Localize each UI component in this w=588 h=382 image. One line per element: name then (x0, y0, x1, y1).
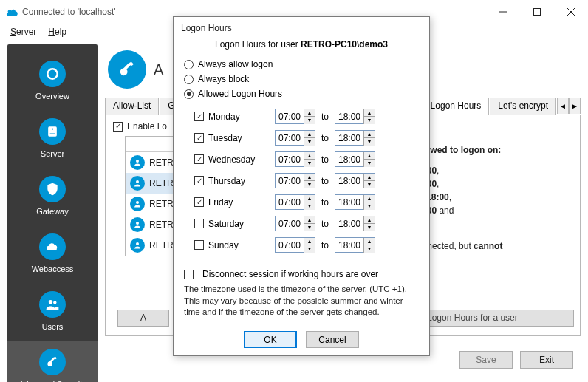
day-label: Thursday (208, 176, 275, 186)
spin-up-icon[interactable]: ▲ (304, 216, 315, 224)
enable-checkbox[interactable] (113, 122, 123, 132)
sidebar-item-server[interactable]: Server (7, 111, 98, 168)
spin-up-icon[interactable]: ▲ (364, 195, 375, 202)
sidebar-item-webaccess[interactable]: Webaccess (7, 226, 98, 284)
to-label: to (315, 240, 335, 250)
spinner[interactable]: ▲▼ (304, 109, 315, 124)
spinner[interactable]: ▲▼ (363, 131, 375, 146)
spinner[interactable]: ▲▼ (304, 152, 315, 167)
tab-scroll-right[interactable]: ► (569, 98, 581, 114)
spin-up-icon[interactable]: ▲ (364, 238, 375, 245)
shield-icon (39, 176, 66, 202)
spin-down-icon[interactable]: ▼ (304, 245, 315, 253)
spinner[interactable]: ▲▼ (363, 238, 375, 253)
avatar-icon (130, 155, 145, 170)
spin-down-icon[interactable]: ▼ (364, 138, 375, 146)
disconnect-checkbox[interactable] (184, 270, 194, 279)
to-time[interactable]: 18:00▲▼ (335, 151, 375, 167)
a-button[interactable]: A (117, 310, 169, 327)
spin-up-icon[interactable]: ▲ (364, 216, 375, 224)
svg-point-14 (136, 180, 139, 183)
spinner[interactable]: ▲▼ (363, 174, 375, 188)
sidebar-item-advanced-security[interactable]: Advanced Security (7, 341, 98, 382)
tab-logon-hours[interactable]: Logon Hours (423, 98, 490, 115)
spinner[interactable]: ▲▼ (304, 131, 315, 146)
sidebar-item-overview[interactable]: Overview (7, 53, 98, 111)
menu-help[interactable]: Help (42, 25, 72, 38)
spin-down-icon[interactable]: ▼ (304, 160, 315, 167)
spin-up-icon[interactable]: ▲ (364, 174, 375, 181)
radio-always-allow[interactable]: Always allow logon (184, 57, 419, 72)
spinner[interactable]: ▲▼ (304, 238, 315, 253)
from-time[interactable]: 07:00▲▼ (275, 151, 315, 167)
sidebar-item-gateway[interactable]: Gateway (7, 168, 98, 226)
spin-up-icon[interactable]: ▲ (304, 109, 315, 117)
spin-down-icon[interactable]: ▼ (304, 138, 315, 146)
day-checkbox[interactable] (194, 176, 204, 185)
spin-down-icon[interactable]: ▼ (304, 224, 315, 231)
maximize-button[interactable] (520, 0, 554, 24)
save-button[interactable]: Save (459, 351, 513, 369)
from-time[interactable]: 07:00▲▼ (275, 194, 315, 210)
from-time[interactable]: 07:00▲▼ (275, 109, 315, 124)
spin-up-icon[interactable]: ▲ (364, 131, 375, 138)
day-checkbox[interactable] (194, 133, 204, 143)
spin-up-icon[interactable]: ▲ (304, 195, 315, 202)
spinner[interactable]: ▲▼ (363, 109, 375, 124)
radio-always-block[interactable]: Always block (184, 72, 419, 86)
spin-up-icon[interactable]: ▲ (364, 109, 375, 117)
from-time[interactable]: 07:00▲▼ (275, 237, 315, 253)
spinner[interactable]: ▲▼ (304, 174, 315, 188)
sidebar-item-users[interactable]: Users (7, 284, 98, 341)
tab-scroll-left[interactable]: ◄ (557, 98, 569, 114)
day-checkbox[interactable] (194, 154, 204, 164)
ok-button[interactable]: OK (244, 331, 297, 348)
spin-down-icon[interactable]: ▼ (304, 181, 315, 188)
spin-up-icon[interactable]: ▲ (304, 131, 315, 138)
spinner[interactable]: ▲▼ (304, 216, 315, 231)
spin-up-icon[interactable]: ▲ (304, 152, 315, 160)
tab-allow-list[interactable]: Allow-List (105, 98, 159, 115)
spin-down-icon[interactable]: ▼ (364, 224, 375, 231)
exit-button[interactable]: Exit (520, 351, 573, 369)
spinner[interactable]: ▲▼ (363, 152, 375, 167)
spin-down-icon[interactable]: ▼ (364, 202, 375, 210)
spin-up-icon[interactable]: ▲ (304, 238, 315, 245)
to-time[interactable]: 18:00▲▼ (335, 109, 375, 124)
to-time[interactable]: 18:00▲▼ (335, 173, 375, 188)
close-button[interactable] (554, 0, 588, 24)
minimize-button[interactable] (486, 0, 520, 24)
svg-rect-4 (50, 134, 55, 134)
spinner[interactable]: ▲▼ (363, 216, 375, 231)
spin-down-icon[interactable]: ▼ (304, 202, 315, 210)
sidebar-item-label: Overview (35, 92, 69, 100)
spin-down-icon[interactable]: ▼ (364, 181, 375, 188)
day-checkbox[interactable] (194, 240, 204, 250)
spin-down-icon[interactable]: ▼ (304, 117, 315, 124)
spinner[interactable]: ▲▼ (363, 195, 375, 210)
to-time[interactable]: 18:00▲▼ (335, 237, 375, 253)
day-checkbox[interactable] (194, 219, 204, 228)
spin-up-icon[interactable]: ▲ (364, 152, 375, 160)
svg-point-16 (136, 222, 139, 225)
radio-allowed-hours[interactable]: Allowed Logon Hours (184, 86, 419, 101)
to-time[interactable]: 18:00▲▼ (335, 194, 375, 210)
day-checkbox[interactable] (194, 112, 204, 121)
to-time[interactable]: 18:00▲▼ (335, 130, 375, 146)
hero-key-icon (108, 50, 146, 89)
tab-lets-encrypt[interactable]: Let's encrypt (490, 98, 556, 115)
from-time[interactable]: 07:00▲▼ (275, 130, 315, 146)
spin-up-icon[interactable]: ▲ (304, 174, 315, 181)
spinner[interactable]: ▲▼ (304, 195, 315, 210)
menu-server[interactable]: Server (4, 25, 42, 38)
spin-down-icon[interactable]: ▼ (364, 117, 375, 124)
cancel-button[interactable]: Cancel (306, 331, 359, 348)
spin-down-icon[interactable]: ▼ (364, 245, 375, 253)
spin-down-icon[interactable]: ▼ (364, 160, 375, 167)
disconnect-checkbox-row[interactable]: Disconnect session if working hours are … (184, 266, 419, 282)
to-time[interactable]: 18:00▲▼ (335, 216, 375, 231)
timezone-note: The timezone used is the timezone of the… (184, 282, 419, 324)
day-checkbox[interactable] (194, 197, 204, 207)
from-time[interactable]: 07:00▲▼ (275, 173, 315, 188)
from-time[interactable]: 07:00▲▼ (275, 216, 315, 231)
